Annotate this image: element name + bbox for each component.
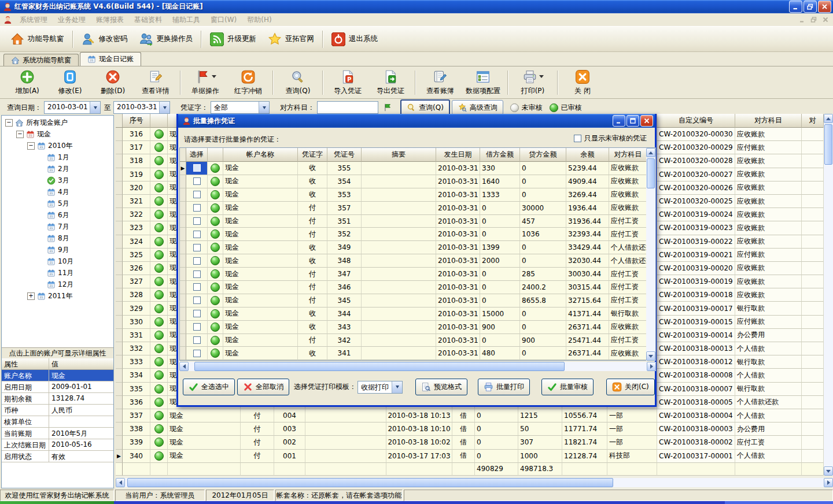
cell-extra[interactable]	[802, 396, 824, 409]
cell-marker[interactable]	[116, 383, 123, 396]
cell-subject[interactable]: 应收账款	[735, 288, 802, 302]
cell-voucher-no[interactable]: 348	[327, 254, 362, 268]
select-all-button[interactable]: 全选选中	[183, 379, 235, 395]
cell-status[interactable]	[208, 347, 223, 360]
cell-marker[interactable]	[180, 202, 186, 215]
cell-date[interactable]: 2010-03-31	[436, 241, 480, 254]
cell-date[interactable]: 2010-03-31	[436, 188, 480, 202]
cell-subject[interactable]: 应付工资	[609, 228, 647, 241]
voucher-checkbox[interactable]	[193, 204, 201, 212]
cell-extra[interactable]	[802, 181, 824, 195]
property-row[interactable]: 当前账期2010年5月	[2, 428, 113, 439]
cell-balance[interactable]: 10556.74	[562, 409, 607, 423]
cell-account[interactable]: 现金	[223, 294, 298, 307]
tree-node[interactable]: 2110月	[2, 255, 113, 267]
scroll-right-icon[interactable]	[647, 362, 656, 371]
cell-voucher-no[interactable]: 002	[274, 436, 305, 449]
cell-subject[interactable]: 应收账款	[609, 321, 647, 334]
tree-node[interactable]: 214月	[2, 186, 113, 198]
cell-balance[interactable]: 32715.64	[566, 294, 609, 307]
scrollbar-track[interactable]	[613, 478, 824, 487]
cell-voucher-no[interactable]: 343	[327, 321, 362, 334]
cell-credit[interactable]: 贷方金额	[520, 148, 566, 162]
cell-date[interactable]: 2010-03-31	[436, 175, 480, 188]
restore-button[interactable]	[803, 1, 817, 13]
cell-subject[interactable]: 对方科目	[609, 148, 647, 162]
cell-custom-id[interactable]: CW-20100317-00001	[657, 450, 735, 463]
cell-marker[interactable]	[116, 436, 123, 449]
cell-subject[interactable]: 应付工资	[735, 436, 802, 449]
cell-status[interactable]	[150, 128, 168, 141]
mdi-restore-button[interactable]	[809, 16, 819, 24]
cell-extra[interactable]: 对	[802, 114, 824, 128]
cell-custom-id[interactable]: CW-20100319-00021	[657, 249, 735, 262]
chevron-down-icon[interactable]	[212, 75, 216, 78]
cell-custom-id[interactable]: CW-20100319-00019	[657, 275, 735, 288]
cell-balance[interactable]: 5239.44	[566, 162, 609, 175]
chevron-down-icon[interactable]	[159, 102, 169, 113]
cell-summary[interactable]	[362, 241, 436, 254]
cell-select[interactable]	[186, 202, 208, 215]
cell-marker[interactable]	[116, 235, 123, 249]
cell-credit[interactable]: 1215	[518, 409, 562, 423]
cell-subject[interactable]: 个人借款	[735, 342, 802, 355]
cell-status[interactable]	[150, 154, 168, 168]
cell-voucher-no[interactable]: 345	[327, 294, 362, 307]
cell-account[interactable]: 帐户名称	[223, 148, 298, 162]
menu-item-0[interactable]: 系统管理	[14, 13, 53, 27]
cell-date[interactable]: 2010-03-31	[436, 228, 480, 241]
cell-marker[interactable]	[180, 281, 186, 294]
dialog-table-row[interactable]: 现金付3572010-03-310300001936.44应收账款	[180, 202, 655, 215]
cell-marker[interactable]	[116, 409, 123, 423]
toolbar-button-view-detail[interactable]: 查看详情	[134, 69, 177, 96]
dialog-close-button[interactable]: 关闭(C)	[606, 379, 655, 395]
cell-debit[interactable]: 1399	[480, 241, 520, 254]
tree-node[interactable]: 219月	[2, 244, 113, 255]
cell-credit[interactable]: 307	[518, 436, 562, 449]
dialog-table-row[interactable]: ▶现金收3552010-03-3133005239.44应收账款	[180, 162, 655, 175]
toolbar-button-doc-operations[interactable]: 单据操作	[184, 69, 227, 96]
cell-status[interactable]	[208, 241, 223, 254]
cell-marker[interactable]	[116, 355, 123, 369]
cell-select[interactable]	[186, 294, 208, 307]
cell-voucher-no[interactable]: 357	[327, 202, 362, 215]
dialog-table-row[interactable]: 现金付3422010-03-31090025471.44应付工资	[180, 334, 655, 347]
dialog-table-row[interactable]: 现金付3462010-03-3102400.230315.44应付工资	[180, 281, 655, 294]
cell-subject[interactable]: 应收账款	[609, 162, 647, 175]
cell-custom-id[interactable]: CW-20100320-00029	[657, 141, 735, 154]
tree-node[interactable]: 217月	[2, 221, 113, 232]
cell-extra[interactable]	[802, 329, 824, 342]
cell-date[interactable]: 2010-03-31	[436, 162, 480, 175]
cell-voucher-no[interactable]: 凭证号	[327, 148, 362, 162]
cell-marker[interactable]: ▶	[180, 162, 186, 175]
cell-marker[interactable]	[116, 249, 123, 262]
cell-summary[interactable]	[362, 347, 436, 360]
voucher-checkbox[interactable]	[193, 310, 201, 317]
cell-subject[interactable]: 应付工资	[609, 268, 647, 281]
vertical-scrollbar[interactable]	[824, 114, 833, 476]
cell-date[interactable]: 2010-03-31	[436, 294, 480, 307]
cell-balance[interactable]: 32030.44	[566, 254, 609, 268]
property-row[interactable]: 上次结账日期2010-05-16	[2, 439, 113, 451]
cell-select[interactable]	[186, 162, 208, 175]
voucher-checkbox[interactable]	[193, 177, 201, 185]
dialog-table-row[interactable]: 现金收3542010-03-31164004909.44应收账款	[180, 175, 655, 188]
print-template-combobox[interactable]: 收据打印	[357, 381, 403, 394]
cell-subject[interactable]: 应收账款	[735, 154, 802, 168]
cell-summary[interactable]	[362, 321, 436, 334]
cell-custom-id[interactable]: CW-20100319-00018	[657, 288, 735, 302]
cell-debit[interactable]: 0	[480, 215, 520, 228]
cell-credit[interactable]: 1036	[520, 228, 566, 241]
cell-marker[interactable]	[180, 321, 186, 334]
cell-subject[interactable]: 应收账款	[609, 202, 647, 215]
scrollbar-track[interactable]	[646, 190, 655, 351]
tree-node[interactable]: 2112月	[2, 279, 113, 290]
cell-balance[interactable]: 3269.44	[566, 188, 609, 202]
scroll-down-icon[interactable]	[646, 351, 655, 361]
cell-account[interactable]: 现金	[223, 334, 298, 347]
cell-balance[interactable]: 4909.44	[566, 175, 609, 188]
cell-custom-id[interactable]: CW-20100320-00028	[657, 154, 735, 168]
property-row[interactable]: 期初余额13128.74	[2, 393, 113, 405]
cell-status[interactable]	[208, 148, 223, 162]
cell-select[interactable]	[186, 307, 208, 321]
